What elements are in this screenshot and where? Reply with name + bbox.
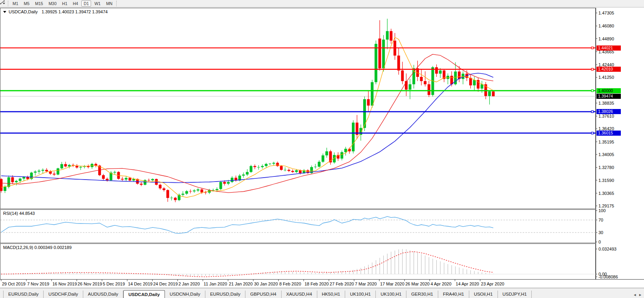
candle-body	[106, 179, 108, 180]
candle-body	[462, 74, 465, 79]
candle-body	[42, 170, 44, 171]
candle-body	[45, 170, 48, 171]
tab-audusd-daily[interactable]: AUDUSD,Daily	[83, 291, 123, 298]
candle-body	[386, 31, 389, 40]
candle-body	[340, 152, 343, 158]
time-axis-label: 26 Mar 2020	[405, 282, 430, 286]
rsi-axis-label: 100	[598, 208, 606, 213]
time-axis-label: 8 Feb 2020	[279, 282, 301, 286]
candle-body	[287, 170, 290, 171]
candle-body	[469, 78, 472, 85]
candle-body	[439, 71, 442, 74]
tab-uk100-h1[interactable]: UK100,H1	[376, 291, 406, 298]
tab-fra40-h1[interactable]: FRA40,H1	[438, 291, 469, 298]
tab-xauusd-h4[interactable]: XAUUSD,H4	[282, 291, 317, 298]
tab-eurusd-daily[interactable]: EURUSD,Daily	[205, 291, 245, 298]
macd-indicator-label: MACD(12,26,9) 0.000349 0.002189	[3, 245, 71, 250]
tab-usdcad-daily[interactable]: USDCAD,Daily	[123, 290, 165, 298]
candle-body	[38, 171, 40, 171]
time-axis-label: 2 Jan 2020	[178, 282, 199, 286]
candle-body	[473, 80, 476, 85]
tab-ger30-h1[interactable]: GER30,H1	[406, 291, 438, 298]
tab-gbpusd-h4[interactable]: GBPUSD,H4	[245, 291, 281, 298]
price-badge-1.40000: 1.40000	[596, 88, 621, 93]
time-axis-label: 5 Dec 2019	[103, 282, 125, 286]
candle-body	[250, 166, 252, 172]
candle-body	[326, 151, 328, 155]
time-axis-label: 27 Feb 2020	[330, 282, 354, 286]
time-axis-label: 24 Dec 2019	[153, 282, 177, 286]
candle-body	[53, 174, 55, 174]
candle-body	[200, 189, 203, 193]
price-badge-1.42010: 1.42010	[596, 67, 621, 72]
candle-body	[68, 165, 71, 167]
candle-body	[375, 44, 377, 82]
candle-body	[64, 164, 67, 167]
price-badge-1.39474: 1.39474	[596, 94, 621, 99]
candle-body	[420, 77, 423, 81]
rsi-axis-label: 0	[598, 240, 601, 244]
price-badge-1.44021: 1.44021	[596, 45, 621, 51]
level-line-handle	[591, 68, 593, 70]
time-axis-label: 17 Mar 2020	[380, 282, 404, 286]
candle-body	[291, 171, 294, 172]
candle-body	[174, 198, 177, 200]
candle-body	[242, 174, 245, 176]
candle-body	[113, 172, 116, 173]
candle-body	[102, 175, 105, 179]
tab-uk100-h1[interactable]: UK100,H1	[345, 291, 376, 298]
tab-hk50-h1[interactable]: HK50,H1	[317, 291, 346, 298]
tab-usdchf-daily[interactable]: USDCHF,Daily	[44, 291, 83, 298]
tab-usoil-h1[interactable]: USOil,H1	[469, 291, 498, 298]
level-line-handle	[591, 90, 593, 92]
candle-body	[121, 179, 124, 180]
tab-usdcnh-daily[interactable]: USDCNH,Daily	[165, 291, 205, 298]
price-axis-label: 1.44890	[598, 36, 614, 41]
tab-eurusd-daily[interactable]: EURUSD,Daily	[3, 291, 44, 298]
candle-body	[79, 167, 82, 168]
candle-body	[216, 189, 218, 190]
time-axis-label: 30 Jan 2020	[254, 282, 278, 286]
time-axis-label: 11 Jan 2020	[204, 282, 227, 286]
candle-body	[269, 164, 271, 164]
candle-body	[492, 91, 495, 96]
candle-body	[15, 181, 18, 182]
candle-body	[379, 38, 381, 68]
candle-body	[223, 182, 226, 184]
candle-body	[57, 168, 59, 174]
time-axis-label: 16 Nov 2019	[52, 282, 77, 286]
candle-body	[409, 84, 412, 90]
candle-body	[231, 178, 234, 182]
candle-body	[253, 166, 256, 167]
candle-body	[34, 172, 37, 173]
candle-body	[128, 178, 131, 181]
price-axis-label: 1.41250	[598, 75, 614, 80]
candle-body	[7, 177, 10, 187]
rsi-indicator-label: RSI(14) 44.8543	[3, 211, 35, 216]
price-axis-label: 1.38835	[598, 101, 614, 105]
candle-body	[322, 155, 324, 162]
symbol-dropdown-triangle-icon	[3, 11, 6, 13]
candle-body	[352, 123, 355, 151]
candle-body	[371, 82, 373, 106]
time-axis-label: 29 Oct 2019	[2, 282, 26, 286]
price-axis-label: 1.31590	[598, 178, 614, 183]
candle-body	[140, 184, 143, 185]
tab-usdjpy-h1[interactable]: USDJPY,H1	[498, 291, 532, 298]
candle-body	[390, 31, 392, 40]
candle-body	[0, 179, 3, 191]
candle-body	[481, 84, 483, 89]
candle-body	[257, 167, 260, 167]
main-chart[interactable]	[0, 0, 644, 298]
rsi-axis-label: 70	[598, 218, 603, 222]
price-axis-label: 1.34005	[598, 152, 614, 157]
candle-body	[227, 182, 230, 184]
candle-body	[147, 180, 150, 180]
candle-body	[185, 191, 188, 194]
candle-body	[246, 172, 249, 175]
candle-body	[60, 164, 63, 169]
tabs-scroll-right-icon[interactable]: ►	[639, 293, 644, 298]
tabs-scroll-left-icon[interactable]: ◄	[633, 293, 639, 298]
candle-body	[397, 56, 400, 71]
candle-body	[401, 71, 404, 81]
